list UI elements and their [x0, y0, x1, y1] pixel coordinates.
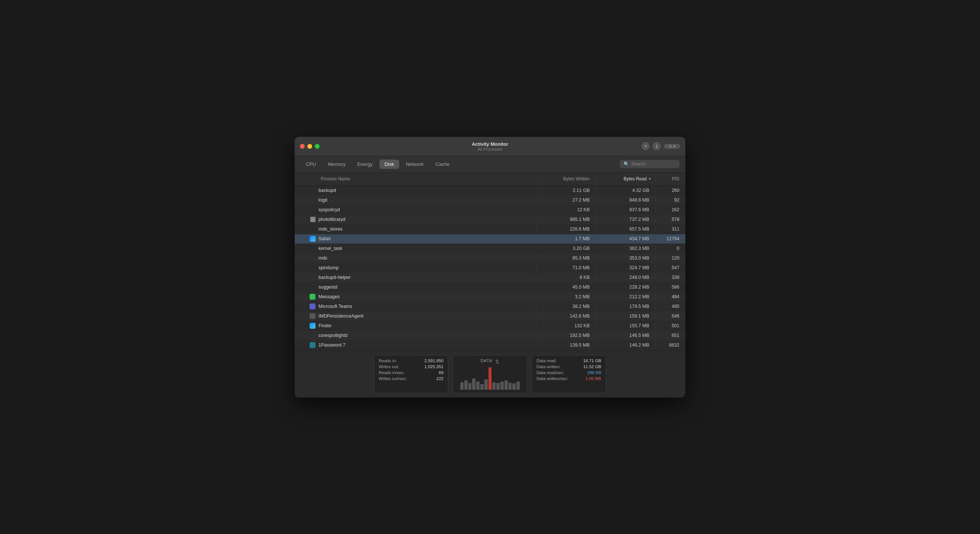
row-pid: 578 [655, 217, 685, 222]
table-row[interactable]: Finder 132 KB 155.7 MB 501 [295, 321, 685, 331]
row-bytes-read: 146.2 MB [596, 342, 655, 348]
row-pid: 8632 [655, 342, 685, 348]
minimize-button[interactable] [307, 144, 312, 149]
writes-per-sec-row: Writes out/sec: 222 [379, 376, 444, 381]
row-process-name: mds [318, 256, 536, 261]
row-bytes-written: 139.5 MB [536, 342, 596, 348]
col-header-pid[interactable]: PID [655, 176, 685, 181]
row-pid: 501 [655, 323, 685, 328]
row-icon-cell [295, 342, 318, 348]
titlebar: Activity Monitor All Processes ✕ ℹ ⊙ ▾ [295, 137, 685, 156]
tab-network[interactable]: Network [401, 159, 429, 169]
row-process-name: kernel_task [318, 246, 536, 251]
tab-disk[interactable]: Disk [380, 159, 399, 169]
row-process-name: IMDPersistenceAgent [318, 313, 536, 319]
search-icon: 🔍 [624, 161, 629, 167]
row-process-name: Safari [318, 236, 536, 242]
row-icon-cell [295, 304, 318, 309]
table-row[interactable]: IMDPersistenceAgent 142.6 MB 159.1 MB 54… [295, 312, 685, 321]
row-bytes-read: 228.2 MB [596, 284, 655, 290]
search-box[interactable]: 🔍 [620, 160, 679, 168]
row-process-name: corespotlightd [318, 333, 536, 338]
row-bytes-written: 132 KB [536, 323, 596, 328]
row-bytes-written: 142.6 MB [536, 313, 596, 319]
row-pid: 120 [655, 256, 685, 261]
traffic-lights [300, 144, 320, 149]
table-row[interactable]: 1Password 7 139.5 MB 146.2 MB 8632 [295, 341, 685, 350]
writes-out-row: Writes out: 1,025,351 [379, 364, 444, 369]
tab-memory[interactable]: Memory [323, 159, 350, 169]
stop-button[interactable]: ✕ [641, 142, 650, 150]
finder-icon [310, 323, 315, 329]
row-bytes-written: 38.2 MB [536, 304, 596, 309]
row-pid: 311 [655, 226, 685, 232]
table-row[interactable]: logd 27.2 MB 848.8 MB 92 [295, 195, 685, 205]
row-process-name: 1Password 7 [318, 342, 536, 348]
tab-energy[interactable]: Energy [352, 159, 378, 169]
row-icon-cell [295, 323, 318, 329]
row-bytes-written: 27.2 MB [536, 197, 596, 203]
inspect-button[interactable]: ⊙ ▾ [664, 144, 680, 149]
chart-bar [509, 383, 512, 390]
row-pid: 495 [655, 304, 685, 309]
data-read-sec-row: Data read/sec: 299 KB [536, 370, 601, 375]
row-pid: 651 [655, 333, 685, 338]
row-pid: 92 [655, 197, 685, 203]
row-bytes-written: 3.20 GB [536, 246, 596, 251]
table-row[interactable]: mds_stores 226.6 MB 657.5 MB 311 [295, 225, 685, 234]
chart-toggle[interactable]: ⇅ [495, 359, 499, 364]
row-bytes-written: 12 KB [536, 207, 596, 212]
process-list: backupd 2.11 GB 4.32 GB 260 logd 27.2 MB… [295, 186, 685, 350]
col-header-written[interactable]: Bytes Written [536, 176, 596, 181]
chart-bar [496, 383, 500, 390]
row-icon-cell [295, 217, 318, 222]
row-bytes-read: 737.2 MB [596, 217, 655, 222]
reads-in-value: 2,591,950 [425, 359, 444, 363]
row-bytes-read: 353.0 MB [596, 256, 655, 261]
table-row[interactable]: kernel_task 3.20 GB 362.3 MB 0 [295, 244, 685, 254]
data-written-sec-value: 1.05 MB [585, 376, 601, 381]
row-pid: 0 [655, 246, 685, 251]
table-row[interactable]: Messages 3.2 MB 212.2 MB 484 [295, 292, 685, 302]
table-row[interactable]: backupd-helper 8 KB 249.0 MB 338 [295, 273, 685, 283]
info-button[interactable]: ℹ [652, 142, 661, 150]
window-subtitle: All Processes [472, 147, 508, 151]
row-process-name: suggestd [318, 284, 536, 290]
tab-cache[interactable]: Cache [431, 159, 455, 169]
table-row[interactable]: spindump 71.0 MB 324.7 MB 547 [295, 263, 685, 273]
table-row[interactable]: mds 85.3 MB 353.0 MB 120 [295, 254, 685, 263]
row-icon-cell [295, 294, 318, 300]
table-row[interactable]: corespotlightd 192.5 MB 146.5 MB 651 [295, 331, 685, 341]
chart-bar [480, 384, 484, 390]
chart-area [460, 367, 520, 390]
table-row[interactable]: suggestd 45.0 MB 228.2 MB 586 [295, 283, 685, 292]
chart-bar [488, 367, 492, 390]
search-input[interactable] [632, 161, 676, 167]
data-written-sec-label: Data written/sec: [536, 376, 568, 381]
row-bytes-written: 8 KB [536, 275, 596, 280]
chart-bar [500, 381, 504, 390]
table-row[interactable]: Safari 1.7 MB 434.7 MB 12794 [295, 234, 685, 244]
teams-icon [310, 304, 315, 309]
table-row[interactable]: photolibraryd 985.1 MB 737.2 MB 578 [295, 215, 685, 225]
row-bytes-written: 85.3 MB [536, 256, 596, 261]
row-pid: 547 [655, 265, 685, 270]
row-bytes-read: 837.6 MB [596, 207, 655, 212]
col-header-read[interactable]: Bytes Read ▼ [596, 176, 655, 181]
tab-cpu[interactable]: CPU [301, 159, 321, 169]
table-row[interactable]: backupd 2.11 GB 4.32 GB 260 [295, 186, 685, 195]
writes-per-sec-value: 222 [436, 376, 444, 381]
maximize-button[interactable] [315, 144, 320, 149]
table-row[interactable]: syspolicyd 12 KB 837.6 MB 162 [295, 205, 685, 215]
data-read-sec-label: Data read/sec: [536, 370, 565, 375]
row-process-name: mds_stores [318, 226, 536, 232]
close-button[interactable] [300, 144, 305, 149]
reads-in-row: Reads in: 2,591,950 [379, 359, 444, 363]
writes-out-label: Writes out: [379, 364, 399, 369]
title-area: Activity Monitor All Processes [472, 141, 508, 151]
data-read-label: Data read: [536, 359, 557, 363]
table-row[interactable]: Microsoft Teams 38.2 MB 179.5 MB 495 [295, 302, 685, 312]
row-pid: 260 [655, 188, 685, 193]
sort-arrow-icon: ▼ [648, 177, 651, 181]
col-header-process[interactable]: Process Name [295, 176, 536, 181]
